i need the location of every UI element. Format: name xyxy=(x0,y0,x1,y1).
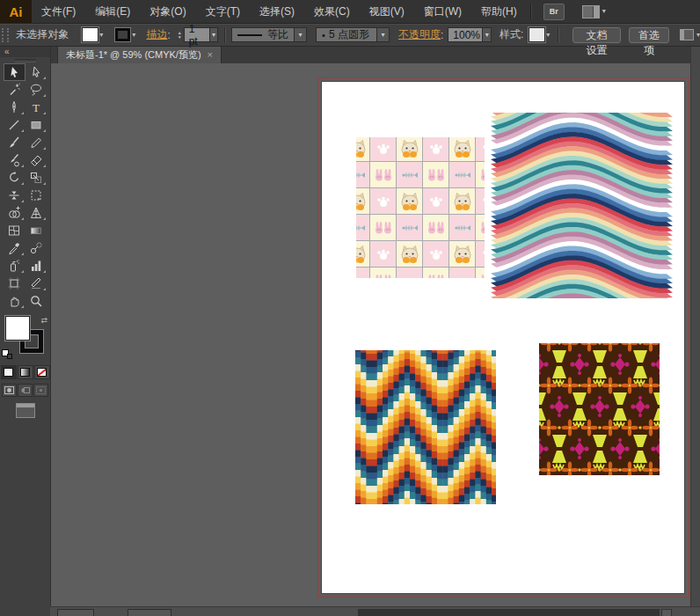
zoom-level-box[interactable] xyxy=(57,609,94,616)
eyedropper-tool[interactable] xyxy=(4,239,26,257)
selection-tool[interactable] xyxy=(4,63,26,81)
canvas-pasteboard[interactable] xyxy=(50,63,700,607)
stroke-weight-dropdown[interactable]: ▾ xyxy=(210,27,219,42)
perspective-grid-tool[interactable] xyxy=(26,204,47,222)
stroke-profile-icon xyxy=(237,34,262,36)
menu-item-3[interactable]: 对象(O) xyxy=(140,0,195,23)
chevron-down-icon: ▾ xyxy=(99,32,103,39)
opacity-panel-link[interactable]: 不透明度 xyxy=(398,27,441,42)
colon-text: : xyxy=(167,29,170,41)
none-button[interactable] xyxy=(34,365,50,379)
opacity-field[interactable]: 100% xyxy=(448,27,483,42)
rotate-tool[interactable] xyxy=(4,169,26,187)
gradient-tool[interactable] xyxy=(26,222,47,239)
color-button[interactable] xyxy=(1,365,17,379)
gradient-button[interactable] xyxy=(18,365,33,379)
drawing-mode-row xyxy=(0,384,50,397)
line-segment-tool[interactable] xyxy=(4,116,26,134)
none-icon xyxy=(38,369,46,376)
artboard-tool[interactable] xyxy=(4,275,26,292)
symbol-sprayer-tool[interactable] xyxy=(4,257,26,275)
colon-text: : xyxy=(441,29,443,41)
zoom-tool[interactable] xyxy=(26,292,47,310)
draw-inside-icon xyxy=(36,386,46,394)
status-bar xyxy=(50,606,700,616)
tools-panel: « T ⇄ xyxy=(0,46,51,616)
screen-mode-button[interactable] xyxy=(16,403,35,418)
opacity-dropdown[interactable]: ▾ xyxy=(483,27,492,42)
document-setup-button[interactable]: 文档设置 xyxy=(572,27,621,43)
stroke-weight-field[interactable]: 1 pt xyxy=(184,27,210,42)
draw-inside-button[interactable] xyxy=(33,384,48,397)
document-tab[interactable]: 未标题-1* @ 59% (CMYK/预览) × xyxy=(57,46,222,63)
style-swatch-dropdown[interactable]: ▾ xyxy=(528,27,551,42)
pattern-swatch-cats[interactable] xyxy=(356,137,485,278)
default-fill-stroke-icon[interactable] xyxy=(3,350,12,359)
menu-items: 文件(F)编辑(E)对象(O)文字(T)选择(S)效果(C)视图(V)窗口(W)… xyxy=(32,0,527,23)
draw-normal-button[interactable] xyxy=(2,384,17,397)
tab-close-icon[interactable]: × xyxy=(208,49,213,60)
hand-tool[interactable] xyxy=(4,292,26,310)
menu-item-8[interactable]: 窗口(W) xyxy=(414,0,471,23)
stepper-down-icon[interactable]: ▼ xyxy=(178,35,182,39)
paintbrush-tool[interactable] xyxy=(4,134,26,151)
mesh-tool[interactable] xyxy=(4,222,26,239)
chevron-down-icon: ▾ xyxy=(696,32,700,39)
fill-swatch-dropdown[interactable]: ▾ xyxy=(81,27,105,42)
artboard-nav-box[interactable] xyxy=(128,609,171,616)
color-mode-row xyxy=(0,365,50,379)
vertical-scrollbar[interactable] xyxy=(690,46,700,607)
chevron-down-icon: ▾ xyxy=(132,32,135,39)
menu-item-6[interactable]: 效果(C) xyxy=(304,0,360,23)
blend-tool[interactable] xyxy=(26,239,47,257)
lasso-tool[interactable] xyxy=(26,81,47,99)
chevron-down-icon: ▾ xyxy=(546,32,550,39)
slice-tool[interactable] xyxy=(26,275,47,292)
eraser-tool[interactable] xyxy=(26,151,47,169)
chevron-down-icon: ▾ xyxy=(294,28,306,41)
free-transform-tool[interactable] xyxy=(26,187,47,204)
style-swatch xyxy=(529,28,544,41)
swap-fill-stroke-icon[interactable]: ⇄ xyxy=(40,316,47,325)
menu-item-2[interactable]: 编辑(E) xyxy=(85,0,140,23)
brush-definition-dropdown[interactable]: • 5 点圆形 ▾ xyxy=(316,27,390,42)
blob-brush-tool[interactable] xyxy=(4,151,26,169)
stroke-panel-link[interactable]: 描边 xyxy=(146,27,167,42)
control-panel-menu-button[interactable]: ▾ xyxy=(680,29,700,40)
control-bar: 未选择对象 ▾ ▾ 描边 : ▲ ▼ 1 pt ▾ 等比 ▾ • 5 点圆形 ▾… xyxy=(0,24,700,47)
pattern-swatch-kaleidoscope[interactable] xyxy=(539,343,660,475)
menu-item-1[interactable]: 文件(F) xyxy=(32,0,85,23)
pattern-swatch-chevron[interactable] xyxy=(355,350,496,504)
workspace-icon xyxy=(582,5,600,18)
bridge-button[interactable]: Br xyxy=(543,4,565,20)
width-tool[interactable] xyxy=(4,187,26,204)
menu-item-5[interactable]: 选择(S) xyxy=(250,0,304,23)
width-profile-dropdown[interactable]: 等比 ▾ xyxy=(231,27,307,42)
magic-wand-tool[interactable] xyxy=(4,81,26,99)
control-bar-grip[interactable] xyxy=(2,28,9,42)
menu-item-4[interactable]: 文字(T) xyxy=(196,0,250,23)
scale-tool[interactable] xyxy=(26,169,47,187)
stroke-swatch-dropdown[interactable]: ▾ xyxy=(113,27,137,42)
menu-item-7[interactable]: 视图(V) xyxy=(360,0,414,23)
workspace-switcher-button[interactable]: ▾ xyxy=(579,4,609,20)
type-tool[interactable]: T xyxy=(26,99,47,116)
direct-selection-tool[interactable] xyxy=(26,63,47,81)
horizontal-scrollbar[interactable] xyxy=(358,609,660,616)
menu-divider xyxy=(530,4,531,18)
shape-builder-tool[interactable] xyxy=(4,204,26,222)
toolbar-grip[interactable] xyxy=(0,57,50,63)
menu-item-9[interactable]: 帮助(H) xyxy=(471,0,527,23)
preferences-button[interactable]: 首选项 xyxy=(629,27,669,43)
toolbar-collapse-button[interactable]: « xyxy=(0,46,50,57)
rectangle-tool[interactable] xyxy=(26,116,47,134)
chevron-down-icon: ▾ xyxy=(376,28,389,41)
stroke-weight-stepper[interactable]: ▲ ▼ xyxy=(178,31,182,39)
pattern-swatch-waves[interactable] xyxy=(491,113,673,298)
draw-behind-button[interactable] xyxy=(18,384,33,397)
pen-tool[interactable] xyxy=(4,99,26,116)
fill-color-indicator[interactable] xyxy=(6,317,29,340)
scrollbar-button[interactable] xyxy=(661,609,672,616)
column-graph-tool[interactable] xyxy=(26,257,47,275)
pencil-tool[interactable] xyxy=(26,134,47,151)
